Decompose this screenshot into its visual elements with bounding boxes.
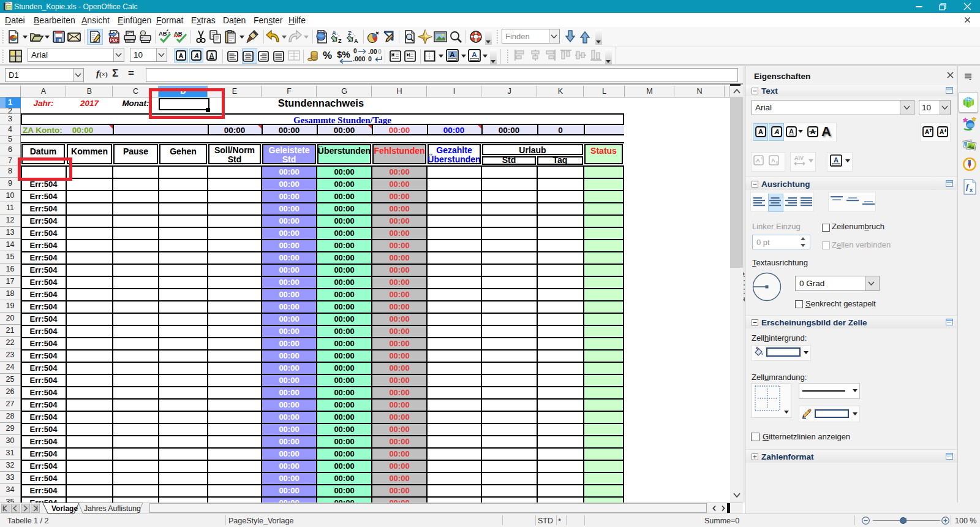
svg-text:A: A <box>925 128 930 135</box>
svg-text:x: x <box>970 187 973 193</box>
svg-text:A: A <box>354 38 358 44</box>
svg-text:A: A <box>756 157 760 164</box>
svg-text:A: A <box>774 127 779 135</box>
svg-text:A: A <box>789 127 794 135</box>
svg-text:A: A <box>332 30 336 36</box>
svg-text:Z: Z <box>338 38 342 44</box>
svg-text:A: A <box>209 52 214 59</box>
svg-text:A: A <box>834 156 839 164</box>
svg-text:A: A <box>940 128 944 135</box>
svg-text:A: A <box>758 127 764 135</box>
svg-text:Z: Z <box>348 30 352 36</box>
svg-text:A: A <box>194 52 199 59</box>
svg-text:A: A <box>450 51 454 58</box>
svg-text:AB: AB <box>159 30 167 37</box>
svg-text:PDF: PDF <box>110 38 119 42</box>
svg-text:A: A <box>179 52 184 59</box>
svg-text:A\V: A\V <box>794 155 804 161</box>
svg-text:A: A <box>771 157 775 164</box>
svg-text:A: A <box>472 51 477 58</box>
